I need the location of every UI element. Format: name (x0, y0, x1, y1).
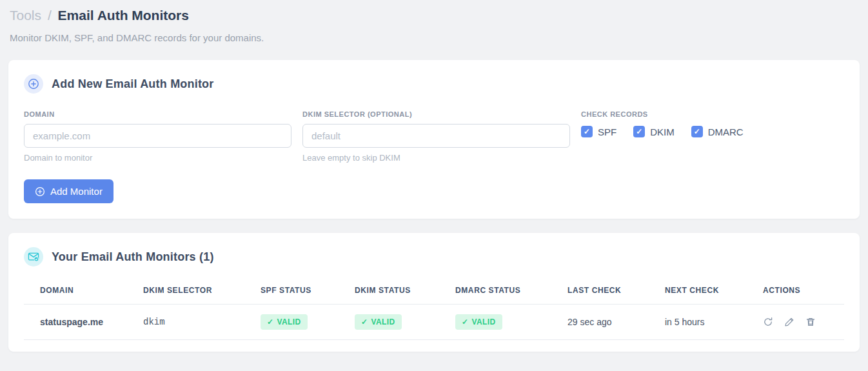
plus-circle-icon (35, 186, 45, 197)
dkim-checkbox-option[interactable]: ✓ DKIM (633, 126, 675, 137)
breadcrumb-tools-link[interactable]: Tools (10, 8, 41, 23)
monitor-domain: statuspage.me (24, 305, 137, 340)
dkim-selector-field-label: DKIM SELECTOR (OPTIONAL) (302, 110, 570, 118)
add-monitor-button-label: Add Monitor (50, 186, 103, 197)
dkim-selector-field-group: DKIM SELECTOR (OPTIONAL) Leave empty to … (302, 110, 570, 163)
edit-button[interactable] (784, 317, 794, 327)
monitors-table: DOMAIN DKIM SELECTOR SPF STATUS DKIM STA… (24, 278, 844, 340)
table-row: statuspage.me dkim ✓ VALID ✓ VALID (24, 305, 844, 340)
dkim-status-text: VALID (371, 317, 395, 326)
domain-field-helper: Domain to monitor (24, 153, 291, 163)
dkim-checkbox-label: DKIM (650, 126, 675, 137)
breadcrumb: Tools / Email Auth Monitors (8, 6, 860, 23)
dmarc-checkbox-option[interactable]: ✓ DMARC (691, 126, 744, 137)
dkim-selector-input[interactable] (302, 124, 570, 148)
page-subtitle: Monitor DKIM, SPF, and DMARC records for… (10, 32, 860, 43)
monitor-dkim-selector: dkim (137, 305, 254, 340)
dkim-selector-field-helper: Leave empty to skip DKIM (302, 153, 570, 163)
col-header-next-check: NEXT CHECK (658, 278, 756, 305)
col-header-dmarc-status: DMARC STATUS (449, 278, 561, 305)
dkim-checkbox[interactable]: ✓ (633, 126, 645, 137)
add-monitor-card-title: Add New Email Auth Monitor (52, 77, 214, 91)
dmarc-status-text: VALID (471, 317, 495, 326)
dkim-status-badge: ✓ VALID (355, 314, 402, 330)
dmarc-status-badge: ✓ VALID (455, 314, 502, 330)
spf-checkbox[interactable]: ✓ (581, 126, 593, 137)
spf-status-badge: ✓ VALID (261, 314, 308, 330)
check-records-group: CHECK RECORDS ✓ SPF ✓ DKIM ✓ DMARC (581, 110, 844, 163)
plus-circle-icon (24, 74, 43, 94)
col-header-spf-status: SPF STATUS (254, 278, 348, 305)
refresh-button[interactable] (763, 317, 773, 327)
col-header-dkim-selector: DKIM SELECTOR (137, 278, 254, 305)
add-monitor-button[interactable]: Add Monitor (24, 179, 113, 203)
spf-checkbox-option[interactable]: ✓ SPF (581, 126, 616, 137)
checkmark-icon: ✓ (694, 128, 700, 135)
monitors-card-header: Your Email Auth Monitors (1) (24, 247, 844, 266)
check-icon: ✓ (267, 317, 273, 326)
delete-button[interactable] (805, 317, 816, 327)
spf-checkbox-label: SPF (598, 126, 616, 137)
domain-input[interactable] (24, 124, 291, 148)
check-icon: ✓ (361, 317, 368, 326)
monitors-list-card: Your Email Auth Monitors (1) DOMAIN DKIM… (8, 233, 860, 352)
email-check-icon (24, 247, 43, 266)
monitor-last-check: 29 sec ago (561, 305, 658, 340)
pencil-icon (784, 317, 794, 327)
check-icon: ✓ (462, 317, 468, 326)
table-header-row: DOMAIN DKIM SELECTOR SPF STATUS DKIM STA… (24, 278, 844, 305)
row-actions (763, 317, 838, 327)
checkmark-icon: ✓ (584, 128, 590, 135)
add-monitor-form: DOMAIN Domain to monitor DKIM SELECTOR (… (24, 110, 844, 163)
dmarc-checkbox[interactable]: ✓ (691, 126, 703, 137)
check-records-label: CHECK RECORDS (581, 110, 844, 118)
trash-icon (805, 317, 816, 327)
domain-field-group: DOMAIN Domain to monitor (24, 110, 291, 163)
spf-status-text: VALID (277, 317, 301, 326)
refresh-icon (763, 317, 773, 327)
col-header-actions: ACTIONS (756, 278, 844, 305)
check-records-options: ✓ SPF ✓ DKIM ✓ DMARC (581, 126, 844, 137)
col-header-domain: DOMAIN (24, 278, 137, 305)
col-header-dkim-status: DKIM STATUS (348, 278, 449, 305)
add-monitor-card: Add New Email Auth Monitor DOMAIN Domain… (8, 60, 860, 219)
domain-field-label: DOMAIN (24, 110, 291, 118)
monitors-card-title: Your Email Auth Monitors (1) (52, 250, 214, 264)
dmarc-checkbox-label: DMARC (708, 126, 744, 137)
add-monitor-card-header: Add New Email Auth Monitor (24, 74, 844, 94)
checkmark-icon: ✓ (636, 128, 642, 135)
col-header-last-check: LAST CHECK (561, 278, 658, 305)
email-auth-monitors-page: Tools / Email Auth Monitors Monitor DKIM… (0, 0, 868, 352)
page-title: Email Auth Monitors (58, 8, 189, 23)
monitor-next-check: in 5 hours (658, 305, 756, 340)
breadcrumb-separator: / (48, 8, 52, 23)
